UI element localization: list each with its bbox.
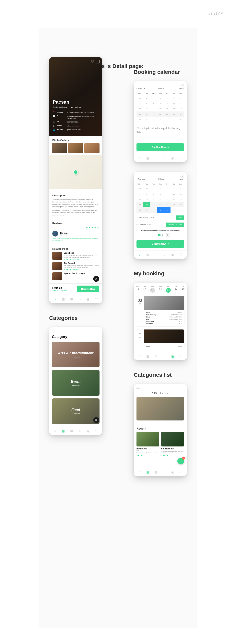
calendar-day[interactable]: 27 [143, 208, 150, 213]
nav-camera-icon[interactable]: ◉ [171, 470, 175, 474]
calendar-day[interactable]: 24 [171, 112, 177, 117]
booking-card[interactable]: 2Fri PlacePaesan [136, 329, 185, 349]
nav-heart-icon[interactable]: ♡ [179, 156, 183, 160]
calendar-day[interactable]: 26 [137, 117, 143, 122]
nav-camera-icon[interactable]: ◉ [86, 429, 90, 433]
calendar-day[interactable]: 19 [137, 112, 143, 117]
nav-search-icon[interactable]: ⌕ [162, 253, 166, 256]
close-icon[interactable]: ✕ [181, 174, 184, 178]
calendar-day[interactable]: 23 [164, 202, 171, 208]
calendar-day[interactable]: 24 [171, 202, 177, 208]
calendar-day[interactable]: 29 [137, 96, 143, 101]
calendar-day[interactable]: 3 [171, 208, 177, 213]
calendar-day[interactable]: 4 [177, 186, 184, 192]
nav-search-icon[interactable]: ⌕ [78, 297, 82, 301]
nav-heart-icon[interactable]: ♡ [95, 297, 99, 301]
menu-icon[interactable] [52, 331, 99, 332]
nav-heart-icon[interactable]: ♡ [179, 354, 183, 358]
nav-home-icon[interactable]: ⌂ [137, 470, 141, 474]
category-card-food[interactable]: Food14 locations [52, 398, 99, 424]
calendar-day[interactable]: 4 [177, 117, 184, 122]
category-card-event[interactable]: Event1 locations [52, 370, 99, 396]
calendar-day[interactable]: 7 [150, 101, 157, 106]
nav-map-icon[interactable]: ⊞ [154, 354, 158, 358]
calendar-day[interactable]: 12 [137, 197, 143, 202]
nav-grid-icon[interactable]: ▦ [61, 429, 65, 433]
choose-end-chip[interactable]: Choose Time End [166, 222, 184, 227]
calendar-day[interactable]: 30 [143, 96, 150, 101]
nav-heart-icon[interactable]: ♡ [95, 429, 99, 433]
nav-map-icon[interactable]: ⊞ [70, 297, 74, 301]
nav-home-icon[interactable]: ⌂ [137, 253, 141, 256]
calendar-day[interactable]: 8 [157, 101, 164, 106]
calendar-day[interactable]: 1 [157, 117, 164, 122]
nav-home-icon[interactable]: ⌂ [53, 429, 57, 433]
calendar-day[interactable]: 13 [143, 106, 150, 112]
nav-search-icon[interactable]: ⌕ [162, 354, 166, 358]
calendar-day[interactable]: 26 [137, 208, 143, 213]
cal-prev[interactable]: < Previous [137, 178, 145, 180]
nav-calendar-icon[interactable]: ▣ [171, 354, 175, 358]
calendar-day[interactable]: 21 [150, 112, 157, 117]
calendar-day[interactable]: 29 [137, 186, 143, 192]
week-day[interactable]: Mon19 [136, 286, 139, 293]
nav-home-icon[interactable]: ⌂ [137, 156, 141, 160]
favorite-icon[interactable]: ♡ [91, 60, 94, 64]
calendar-day[interactable]: 16 [164, 197, 171, 202]
calendar-day[interactable]: 3 [171, 96, 177, 101]
booking-button[interactable]: Booking Now [137, 143, 184, 151]
calendar-day[interactable]: 22 [157, 112, 164, 117]
related-post[interactable]: Quarter Bar & Lounge [52, 272, 99, 280]
nav-map-icon[interactable]: ⊞ [154, 156, 158, 160]
calendar-day[interactable]: 1 [157, 186, 164, 192]
booking-button[interactable]: Booking Now [137, 240, 184, 248]
calendar-day[interactable]: 9 [164, 101, 171, 106]
nav-grid-icon[interactable]: ▦ [146, 354, 150, 358]
calendar-day[interactable]: 15 [157, 197, 164, 202]
calendar-day[interactable]: 1 [157, 208, 164, 213]
week-day[interactable]: Wed21 [150, 286, 155, 293]
reserve-button[interactable]: Reserve Now [77, 286, 99, 292]
calendar-day[interactable]: 2 [164, 186, 171, 192]
calendar-day[interactable]: 4 [177, 96, 184, 101]
calendar-day[interactable]: 28 [150, 208, 157, 213]
calendar-day[interactable]: 12 [137, 106, 143, 112]
calendar-day[interactable]: 11 [177, 101, 184, 106]
calendar-day[interactable]: 27 [143, 117, 150, 122]
calendar-day[interactable]: 14 [150, 197, 157, 202]
calendar-day[interactable]: 10 [171, 192, 177, 197]
calendar-day[interactable]: 8 [157, 192, 164, 197]
cal-next[interactable]: Next > [179, 178, 184, 180]
calendar-day[interactable]: 6 [143, 101, 150, 106]
nav-home-icon[interactable]: ⌂ [53, 297, 57, 301]
week-day[interactable]: Fri23 [166, 286, 171, 293]
nav-camera-icon[interactable]: ◉ [86, 297, 90, 301]
nav-grid-icon[interactable]: ▦ [146, 470, 150, 474]
booking-card[interactable]: 23Fri PlacePaesanDate Booking1/11/2018 1… [136, 296, 185, 326]
week-day[interactable]: Tue20 [143, 286, 146, 293]
minus-button[interactable]: − [151, 233, 155, 237]
nav-camera-icon[interactable]: ◉ [171, 253, 175, 256]
calendar-day[interactable]: 25 [177, 202, 184, 208]
nav-heart-icon[interactable]: ♡ [179, 470, 183, 474]
week-day[interactable]: Sat24 [175, 286, 177, 293]
calendar-day[interactable]: 15 [157, 106, 164, 112]
related-post[interactable]: Jago FoodDishes are loosely based on Jew… [52, 252, 99, 260]
calendar-day[interactable]: 3 [171, 117, 177, 122]
calendar-day[interactable]: 31 [150, 186, 157, 192]
calendar-day[interactable]: 28 [150, 117, 157, 122]
recent-item[interactable]: Counter CaféAn independent canal side ca… [161, 432, 184, 456]
cal-next[interactable]: Next > [179, 88, 184, 90]
nav-heart-icon[interactable]: ♡ [179, 253, 183, 256]
calendar-day[interactable]: 6 [143, 192, 150, 197]
calendar-day[interactable]: 18 [177, 106, 184, 112]
nav-map-icon[interactable]: ⊞ [70, 429, 74, 433]
calendar-day[interactable]: 2 [164, 208, 171, 213]
calendar-day[interactable]: 17 [171, 197, 177, 202]
close-fab[interactable]: ✕ [93, 276, 99, 282]
calendar-day[interactable]: 30 [143, 186, 150, 192]
calendar-day[interactable]: 14 [150, 106, 157, 112]
nav-camera-icon[interactable]: ◉ [171, 156, 175, 160]
calendar-day[interactable]: 18 [177, 197, 184, 202]
start-time-chip[interactable]: 14:59 [176, 216, 184, 220]
